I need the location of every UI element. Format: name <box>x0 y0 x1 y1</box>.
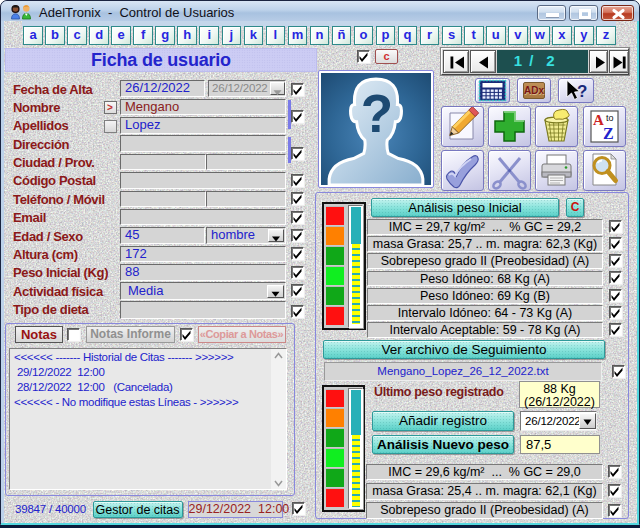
svg-text:?: ? <box>361 84 393 143</box>
svg-text:?: ? <box>577 82 587 101</box>
svg-text:to: to <box>606 113 614 123</box>
svg-text:Z: Z <box>603 125 614 142</box>
